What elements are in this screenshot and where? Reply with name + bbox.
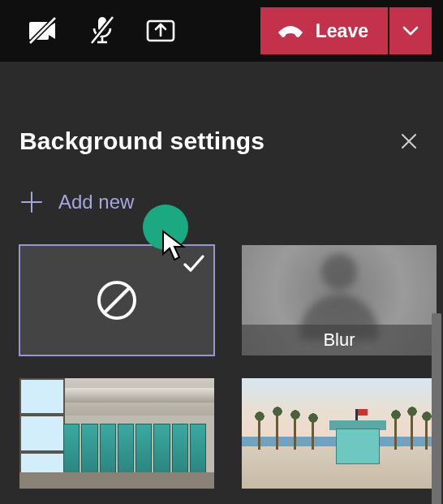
call-toolbar: Leave bbox=[0, 0, 443, 62]
leave-button-group: Leave bbox=[260, 7, 432, 54]
leave-label: Leave bbox=[316, 20, 368, 42]
close-icon bbox=[400, 132, 418, 150]
scrollbar-thumb[interactable] bbox=[432, 313, 441, 504]
mic-off-icon bbox=[88, 15, 116, 46]
camera-off-icon bbox=[28, 17, 60, 45]
camera-off-button[interactable] bbox=[19, 8, 68, 54]
background-tile-blur[interactable]: Blur bbox=[242, 245, 437, 355]
background-grid: Blur bbox=[19, 245, 427, 489]
leave-button[interactable]: Leave bbox=[260, 7, 388, 54]
none-icon bbox=[96, 279, 138, 321]
close-panel-button[interactable] bbox=[394, 127, 424, 156]
panel-title: Background settings bbox=[19, 127, 265, 155]
background-tile-office[interactable] bbox=[19, 378, 214, 489]
leave-options-button[interactable] bbox=[389, 7, 432, 54]
chevron-down-icon bbox=[402, 25, 419, 37]
hangup-icon bbox=[277, 23, 304, 39]
share-screen-icon bbox=[146, 18, 175, 44]
svg-line-9 bbox=[105, 288, 129, 312]
share-screen-button[interactable] bbox=[136, 8, 185, 54]
check-icon bbox=[182, 253, 206, 274]
add-new-label: Add new bbox=[58, 191, 134, 213]
background-settings-panel: Background settings Add new bbox=[0, 62, 443, 504]
blur-tile-label: Blur bbox=[242, 325, 437, 355]
mic-off-button[interactable] bbox=[78, 8, 127, 54]
background-tile-none[interactable] bbox=[19, 245, 214, 355]
background-tile-beach[interactable] bbox=[242, 378, 437, 489]
panel-header: Background settings bbox=[19, 62, 427, 156]
plus-icon bbox=[19, 190, 44, 214]
add-new-button[interactable]: Add new bbox=[19, 190, 427, 214]
